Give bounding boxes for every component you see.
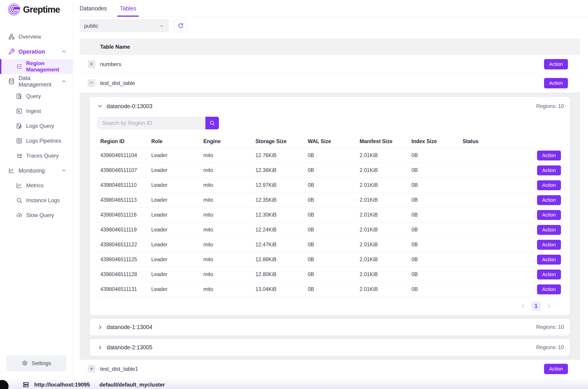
region-cell: mito xyxy=(203,271,256,277)
sidebar-item-label: Query xyxy=(26,93,41,99)
region-row: 4398046511113Leadermito12.35KiB0B2.01KiB… xyxy=(97,193,561,207)
datanode-title: datanode-1:13004 xyxy=(107,324,152,330)
region-cell: 12.36KiB xyxy=(256,167,308,173)
main-area: Datanodes Tables public Tab xyxy=(73,0,588,380)
action-button[interactable]: Action xyxy=(537,270,561,279)
query-doc-icon xyxy=(16,93,23,100)
region-cell: 0B xyxy=(411,182,463,188)
toolbar: public xyxy=(80,19,582,32)
datanode-1-card[interactable]: datanode-1:13004 Regions: 10 xyxy=(90,319,570,336)
action-button[interactable]: Action xyxy=(537,180,561,190)
action-button[interactable]: Action xyxy=(537,195,561,205)
action-button[interactable]: Action xyxy=(537,225,561,235)
datanode-2-card[interactable]: datanode-2:13005 Regions: 10 xyxy=(90,339,570,356)
action-button[interactable]: Action xyxy=(544,59,568,69)
action-button[interactable]: Action xyxy=(537,284,561,294)
region-search-input[interactable] xyxy=(97,117,205,129)
datanode-title: datanode-2:13005 xyxy=(107,344,152,351)
region-cell: 4398046511122 xyxy=(100,242,151,248)
region-cell: 0B xyxy=(308,286,359,292)
region-cell: 2.01KiB xyxy=(359,167,411,173)
expand-button[interactable]: + xyxy=(88,365,95,373)
tabbar: Datanodes Tables xyxy=(73,0,588,17)
region-table-header: Region IDRoleEngineStorage SizeWAL SizeM… xyxy=(97,135,561,148)
region-cell: 0B xyxy=(308,227,359,233)
region-cell: mito xyxy=(203,242,256,248)
region-cell: 0B xyxy=(411,257,463,262)
region-cell: 0B xyxy=(308,212,359,218)
region-row: 4398046511110Leadermito12.97KiB0B2.01KiB… xyxy=(97,178,561,193)
region-cell: Leader xyxy=(151,197,203,203)
settings-label: Settings xyxy=(32,360,51,366)
region-row: 4398046511125Leadermito12.88KiB0B2.01KiB… xyxy=(97,252,561,267)
table-row-test-dist-table: − test_dist_table Action xyxy=(80,74,580,92)
sidebar-item-data-management[interactable]: Data Management xyxy=(0,74,73,89)
chevron-left-icon[interactable] xyxy=(520,303,526,309)
sidebar-item-label: Slow Query xyxy=(26,212,54,218)
sidebar-item-instance-logs[interactable]: Instance Logs xyxy=(0,193,73,208)
region-row: 4398046511107Leadermito12.36KiB0B2.01KiB… xyxy=(97,163,561,178)
region-cell: Leader xyxy=(151,242,203,248)
refresh-button[interactable] xyxy=(174,19,187,32)
sidebar-item-operation[interactable]: Operation xyxy=(0,44,73,59)
action-button[interactable]: Action xyxy=(544,78,568,88)
greptime-logo-icon xyxy=(8,3,20,16)
region-cell: Leader xyxy=(151,167,203,173)
region-cell: mito xyxy=(203,167,256,173)
region-cell: 0B xyxy=(308,271,359,277)
action-button[interactable]: Action xyxy=(537,210,561,220)
action-button[interactable]: Action xyxy=(544,364,568,374)
tab-datanodes[interactable]: Datanodes xyxy=(80,0,107,17)
sidebar-item-logs-pipelines[interactable]: Logs Pipelines xyxy=(0,133,73,148)
region-cell: Leader xyxy=(151,182,203,188)
region-column-header: Manifest Size xyxy=(359,138,411,144)
action-button[interactable]: Action xyxy=(537,151,561,161)
table-name-column-header: Table Name xyxy=(100,44,130,50)
region-cell: 2.01KiB xyxy=(359,152,411,159)
expand-button[interactable]: + xyxy=(88,60,95,68)
sidebar-item-monitoring[interactable]: Monitoring xyxy=(0,163,73,178)
database-select[interactable]: public xyxy=(80,19,169,32)
region-search-button[interactable] xyxy=(205,117,219,129)
cluster-name[interactable]: default/default_mycluster xyxy=(99,382,165,388)
sidebar-item-label: Monitoring xyxy=(19,167,45,174)
region-row: 4398046511131Leadermito13.04KiB0B2.01KiB… xyxy=(97,282,561,297)
settings-button[interactable]: Settings xyxy=(6,356,66,371)
sidebar-item-metrics[interactable]: Metrics xyxy=(0,178,73,193)
sidebar-item-traces-query[interactable]: Traces Query xyxy=(0,148,73,163)
datanode-0-header[interactable]: datanode-0:13003 Regions: 10 xyxy=(90,97,570,115)
server-url[interactable]: http://localhost:19095 xyxy=(34,382,90,388)
region-cell: 0B xyxy=(411,227,463,233)
region-cell: 12.76KiB xyxy=(256,152,308,159)
action-button[interactable]: Action xyxy=(537,240,561,250)
region-row: 4398046511116Leadermito12.30KiB0B2.01KiB… xyxy=(97,207,561,222)
region-cell: 2.01KiB xyxy=(359,257,411,262)
region-cell: Leader xyxy=(151,212,203,218)
sidebar-item-label: Overview xyxy=(19,33,41,40)
page-number[interactable]: 1 xyxy=(531,302,541,311)
collapse-button[interactable]: − xyxy=(88,79,95,87)
chevron-right-icon xyxy=(97,324,103,330)
region-cell: mito xyxy=(203,286,256,292)
sidebar-item-overview[interactable]: Overview xyxy=(0,29,73,44)
region-cell: 0B xyxy=(411,242,463,248)
sidebar-item-region-management[interactable]: Region Management xyxy=(0,59,73,74)
action-button[interactable]: Action xyxy=(537,165,561,175)
sidebar-item-slow-query[interactable]: Slow Query xyxy=(0,208,73,223)
sidebar-item-query[interactable]: Query xyxy=(0,89,73,104)
region-cell: 0B xyxy=(411,212,463,218)
org-chart-icon xyxy=(8,33,15,40)
sidebar: Greptime OverviewOperationRegion Managem… xyxy=(0,0,73,380)
tab-tables[interactable]: Tables xyxy=(120,0,136,17)
sidebar-item-ingest[interactable]: Ingest xyxy=(0,104,73,119)
action-button[interactable]: Action xyxy=(537,255,561,265)
sidebar-item-logs-query[interactable]: Logs Query xyxy=(0,119,73,133)
region-cell: 12.30KiB xyxy=(256,212,308,218)
magnifier-icon xyxy=(16,197,23,204)
chevron-right-icon[interactable] xyxy=(546,303,552,309)
database-icon xyxy=(8,78,15,85)
region-cell: mito xyxy=(203,152,256,159)
line-chart-icon xyxy=(8,167,15,174)
region-cell: 0B xyxy=(411,197,463,203)
region-cell: 12.35KiB xyxy=(256,197,308,203)
